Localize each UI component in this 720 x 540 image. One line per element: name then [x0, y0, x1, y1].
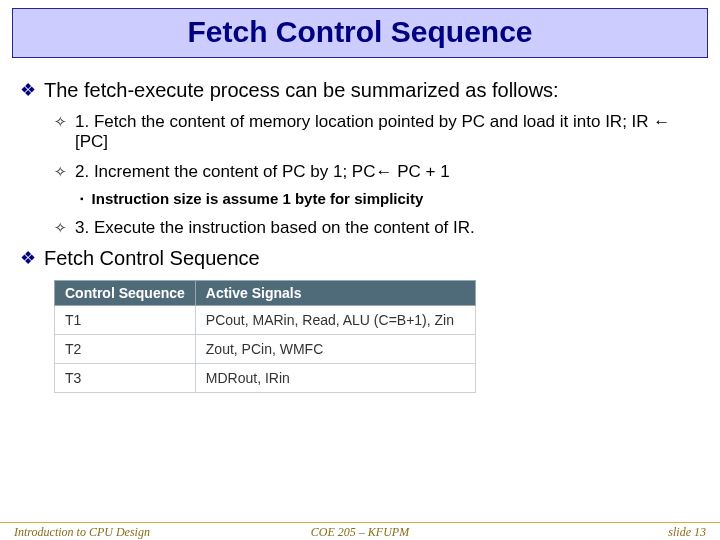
slide-title: Fetch Control Sequence: [13, 15, 707, 49]
table-row: T3 MDRout, IRin: [55, 364, 476, 393]
diamond-open-icon: ✧: [54, 218, 67, 238]
cell-step: T2: [55, 335, 196, 364]
table-row: T2 Zout, PCin, WMFC: [55, 335, 476, 364]
diamond-bullet-icon: ❖: [20, 78, 36, 102]
footer-right: slide 13: [475, 525, 706, 540]
note-text: Instruction size is assume 1 byte for si…: [92, 190, 700, 208]
square-bullet-icon: ▪: [80, 190, 84, 208]
bullet-fetch-sequence: ❖ Fetch Control Sequence: [20, 246, 700, 270]
content-area: ❖ The fetch-execute process can be summa…: [0, 58, 720, 393]
diamond-bullet-icon: ❖: [20, 246, 36, 270]
step-text: 2. Increment the content of PC by 1; PC←…: [75, 162, 700, 182]
step-1: ✧ 1. Fetch the content of memory locatio…: [54, 112, 700, 152]
footer-inner: Introduction to CPU Design COE 205 – KFU…: [0, 525, 720, 540]
title-bar: Fetch Control Sequence: [12, 8, 708, 58]
bullet-summary: ❖ The fetch-execute process can be summa…: [20, 78, 700, 102]
step-text: 3. Execute the instruction based on the …: [75, 218, 700, 238]
cell-step: T1: [55, 306, 196, 335]
step-2: ✧ 2. Increment the content of PC by 1; P…: [54, 162, 700, 182]
cell-signals: Zout, PCin, WMFC: [195, 335, 475, 364]
step-text: 1. Fetch the content of memory location …: [75, 112, 700, 152]
slide: Fetch Control Sequence ❖ The fetch-execu…: [0, 8, 720, 540]
bullet-text: The fetch-execute process can be summari…: [44, 78, 700, 102]
table-header-row: Control Sequence Active Signals: [55, 281, 476, 306]
cell-signals: MDRout, IRin: [195, 364, 475, 393]
diamond-open-icon: ✧: [54, 162, 67, 182]
cell-step: T3: [55, 364, 196, 393]
bullet-text: Fetch Control Sequence: [44, 246, 700, 270]
footer-left: Introduction to CPU Design: [14, 525, 245, 540]
control-sequence-table: Control Sequence Active Signals T1 PCout…: [54, 280, 476, 393]
step-3: ✧ 3. Execute the instruction based on th…: [54, 218, 700, 238]
footer-center: COE 205 – KFUPM: [245, 525, 476, 540]
header-active-signals: Active Signals: [195, 281, 475, 306]
control-sequence-table-wrap: Control Sequence Active Signals T1 PCout…: [54, 280, 700, 393]
diamond-open-icon: ✧: [54, 112, 67, 152]
table-row: T1 PCout, MARin, Read, ALU (C=B+1), Zin: [55, 306, 476, 335]
footer: Introduction to CPU Design COE 205 – KFU…: [0, 522, 720, 540]
step-2-note: ▪ Instruction size is assume 1 byte for …: [80, 190, 700, 208]
header-control-sequence: Control Sequence: [55, 281, 196, 306]
cell-signals: PCout, MARin, Read, ALU (C=B+1), Zin: [195, 306, 475, 335]
